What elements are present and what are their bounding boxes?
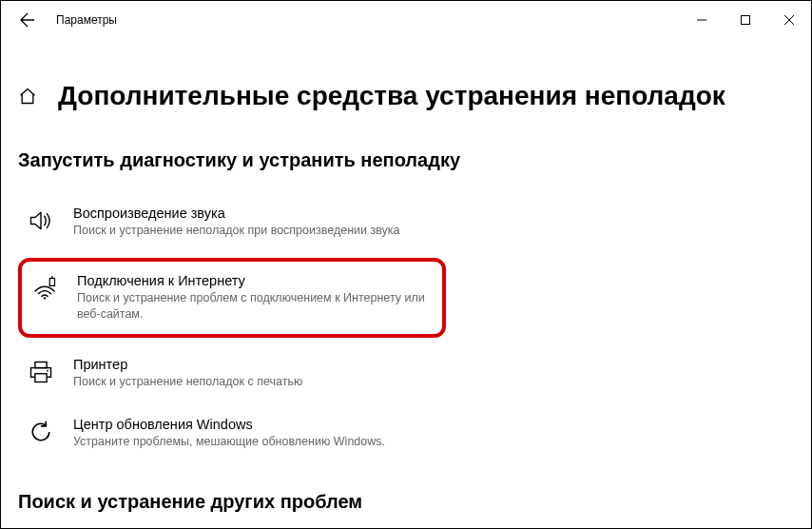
troubleshooter-printer-desc: Поиск и устранение неполадок с печатью (73, 374, 302, 390)
home-icon (18, 87, 37, 106)
window-controls (680, 5, 811, 35)
close-icon (784, 15, 794, 25)
section-title-run: Запустить диагностику и устранить непола… (18, 149, 794, 171)
page-title: Дополнительные средства устранения непол… (58, 81, 725, 111)
minimize-button[interactable] (680, 5, 724, 35)
troubleshooter-internet-text: Подключения к Интернету Поиск и устранен… (77, 273, 429, 323)
speaker-icon (28, 207, 54, 234)
maximize-button[interactable] (724, 5, 767, 35)
troubleshooter-windows-update[interactable]: Центр обновления Windows Устраните пробл… (18, 409, 446, 458)
svg-rect-9 (35, 373, 47, 382)
window-title: Параметры (56, 13, 117, 27)
content-area: Дополнительные средства устранения непол… (1, 39, 811, 513)
troubleshooter-printer-text: Принтер Поиск и устранение неполадок с п… (73, 357, 302, 390)
troubleshooter-internet-title: Подключения к Интернету (77, 273, 429, 288)
maximize-icon (741, 15, 750, 25)
titlebar: Параметры (1, 1, 811, 39)
svg-rect-5 (49, 278, 54, 285)
svg-rect-7 (35, 362, 47, 367)
svg-point-10 (47, 369, 48, 371)
back-button[interactable] (12, 5, 43, 35)
troubleshooter-audio-text: Воспроизведение звука Поиск и устранение… (73, 206, 400, 239)
troubleshooter-update-desc: Устраните проблемы, мешающие обновлению … (73, 434, 385, 450)
troubleshooter-printer[interactable]: Принтер Поиск и устранение неполадок с п… (18, 349, 446, 398)
troubleshooter-internet-desc: Поиск и устранение проблем с подключение… (77, 290, 429, 323)
troubleshooter-printer-title: Принтер (73, 357, 302, 372)
troubleshooter-audio-title: Воспроизведение звука (73, 206, 400, 221)
arrow-left-icon (20, 12, 35, 28)
troubleshooter-audio-desc: Поиск и устранение неполадок при воспрои… (73, 223, 400, 239)
section-title-other: Поиск и устранение других проблем (18, 491, 794, 513)
home-button[interactable] (18, 87, 37, 106)
wifi-icon (31, 275, 58, 302)
troubleshooter-update-text: Центр обновления Windows Устраните пробл… (73, 417, 385, 450)
page-heading: Дополнительные средства устранения непол… (18, 81, 794, 111)
troubleshooter-audio[interactable]: Воспроизведение звука Поиск и устранение… (18, 198, 446, 246)
minimize-icon (697, 15, 706, 25)
svg-rect-1 (742, 16, 750, 25)
printer-icon (28, 359, 54, 385)
refresh-icon (28, 419, 54, 445)
troubleshooter-internet[interactable]: Подключения к Интернету Поиск и устранен… (18, 258, 446, 338)
close-button[interactable] (767, 5, 811, 35)
troubleshooter-update-title: Центр обновления Windows (73, 417, 385, 432)
svg-point-4 (44, 297, 46, 299)
